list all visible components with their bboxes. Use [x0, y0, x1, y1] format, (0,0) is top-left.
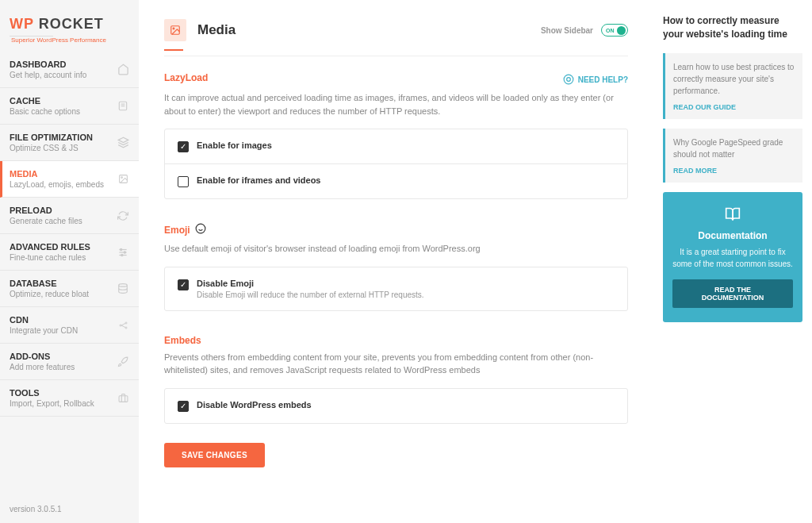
nav-desc: LazyLoad, emojis, embeds [10, 180, 117, 189]
read-documentation-button[interactable]: READ THE DOCUMENTATION [672, 279, 793, 308]
toggle-knob [617, 26, 626, 35]
svg-line-17 [121, 325, 125, 328]
nav-dashboard[interactable]: DASHBOARDGet help, account info [0, 52, 139, 88]
option-row: Enable for images [165, 129, 627, 164]
refresh-icon [117, 210, 129, 222]
book-icon [672, 206, 793, 222]
nav-addons[interactable]: ADD-ONSAdd more features [0, 344, 139, 380]
nav-desc: Get help, account info [10, 71, 117, 79]
svg-point-9 [121, 248, 122, 250]
file-icon [117, 100, 129, 113]
section-title: Emoji [164, 225, 190, 236]
right-sidebar: How to correctly measure your website's … [653, 0, 812, 523]
info-text: Why Google PageSpeed grade should not ma… [673, 137, 795, 160]
option-label: Enable for images [197, 140, 272, 150]
nav-desc: Basic cache options [10, 107, 117, 116]
option-row: Disable WordPress embeds [165, 389, 627, 423]
documentation-card: Documentation It is a great starting poi… [663, 192, 802, 322]
help-label: NEED HELP? [578, 75, 628, 84]
database-icon [117, 283, 129, 295]
save-button[interactable]: SAVE CHANGES [164, 443, 265, 467]
image-icon [164, 19, 186, 41]
help-icon [563, 74, 574, 85]
emoji-icon [195, 223, 206, 237]
section-lazyload: LazyLoad NEED HELP? It can improve actua… [164, 56, 628, 207]
show-sidebar-toggle[interactable]: ON [601, 24, 628, 37]
nav-title: DATABASE [10, 279, 117, 288]
svg-point-12 [119, 284, 128, 287]
options-box: Disable Emoji Disable Emoji will reduce … [164, 267, 628, 311]
logo-part-2: ROCKET [39, 16, 104, 32]
option-label: Disable WordPress embeds [197, 400, 312, 410]
nav-title: MEDIA [10, 169, 117, 179]
checkbox-disable-emoji[interactable] [178, 279, 189, 290]
nav-database[interactable]: DATABASEOptimize, reduce bloat [0, 271, 139, 307]
logo-part-1: WP [10, 16, 34, 32]
need-help-link[interactable]: NEED HELP? [563, 74, 628, 85]
version-label: version 3.0.5.1 [0, 495, 139, 523]
sliders-icon [117, 246, 129, 259]
nav-desc: Import, Export, Rollback [10, 399, 117, 408]
page-title: Media [197, 22, 236, 38]
nav-advanced-rules[interactable]: ADVANCED RULESFine-tune cache rules [0, 234, 139, 271]
read-guide-link[interactable]: READ OUR GUIDE [673, 103, 795, 111]
nav-preload[interactable]: PRELOADGenerate cache files [0, 198, 139, 234]
svg-point-13 [120, 325, 121, 326]
nav-desc: Optimize CSS & JS [10, 144, 117, 152]
svg-line-16 [121, 323, 125, 325]
nav-title: PRELOAD [10, 206, 117, 215]
nav-desc: Optimize, reduce bloat [10, 290, 117, 298]
nav-cdn[interactable]: CDNIntegrate your CDN [0, 307, 139, 344]
sidebar: WP ROCKET Superior WordPress Performance… [0, 0, 139, 523]
home-icon [117, 63, 129, 76]
svg-point-21 [564, 75, 573, 84]
toggle-on-label: ON [606, 28, 615, 33]
checkbox-enable-iframes[interactable] [178, 176, 189, 187]
svg-point-5 [121, 177, 122, 179]
svg-point-20 [173, 28, 174, 29]
option-row: Disable Emoji Disable Emoji will reduce … [165, 267, 627, 310]
section-desc: Prevents others from embedding content f… [164, 351, 628, 377]
option-label: Enable for iframes and videos [197, 175, 321, 185]
nav-desc: Generate cache files [10, 217, 117, 225]
nav-title: CACHE [10, 96, 117, 106]
read-more-link[interactable]: READ MORE [673, 167, 795, 175]
nav-file-optimization[interactable]: FILE OPTIMIZATIONOptimize CSS & JS [0, 125, 139, 161]
option-desc: Disable Emoji will reduce the number of … [197, 290, 424, 299]
checkbox-disable-embeds[interactable] [178, 401, 189, 412]
main-content: Media Show Sidebar ON LazyLoad NEED HELP… [139, 0, 653, 523]
option-row: Enable for iframes and videos [165, 164, 627, 198]
logo: WP ROCKET Superior WordPress Performance [0, 0, 139, 52]
nav-cache[interactable]: CACHEBasic cache options [0, 88, 139, 125]
section-desc: It can improve actual and perceived load… [164, 91, 628, 117]
svg-point-15 [125, 327, 127, 329]
rsidebar-title: How to correctly measure your website's … [663, 14, 802, 42]
nav-media[interactable]: MEDIALazyLoad, emojis, embeds [0, 161, 139, 198]
info-text: Learn how to use best practices to corre… [673, 61, 795, 97]
network-icon [117, 319, 129, 332]
svg-point-14 [125, 322, 127, 324]
nav: DASHBOARDGet help, account info CACHEBas… [0, 52, 139, 495]
nav-tools[interactable]: TOOLSImport, Export, Rollback [0, 380, 139, 417]
nav-title: TOOLS [10, 388, 117, 398]
doc-title: Documentation [672, 230, 793, 241]
nav-title: ADD-ONS [10, 352, 117, 361]
nav-title: FILE OPTIMIZATION [10, 133, 117, 142]
briefcase-icon [117, 392, 129, 405]
checkbox-enable-images[interactable] [178, 141, 189, 152]
logo-tagline: Superior WordPress Performance [11, 37, 129, 44]
options-box: Enable for images Enable for iframes and… [164, 129, 628, 199]
nav-desc: Add more features [10, 363, 117, 371]
nav-title: CDN [10, 315, 117, 325]
info-card: Learn how to use best practices to corre… [663, 53, 802, 119]
options-box: Disable WordPress embeds [164, 388, 628, 424]
nav-desc: Integrate your CDN [10, 326, 117, 335]
page-header: Media Show Sidebar ON [164, 19, 628, 56]
svg-rect-18 [119, 396, 128, 402]
doc-desc: It is a great starting point to fix some… [672, 246, 793, 270]
layers-icon [117, 137, 129, 149]
nav-desc: Fine-tune cache rules [10, 253, 117, 262]
svg-point-23 [196, 224, 205, 233]
svg-point-11 [121, 254, 123, 256]
section-title: Embeds [164, 335, 201, 346]
